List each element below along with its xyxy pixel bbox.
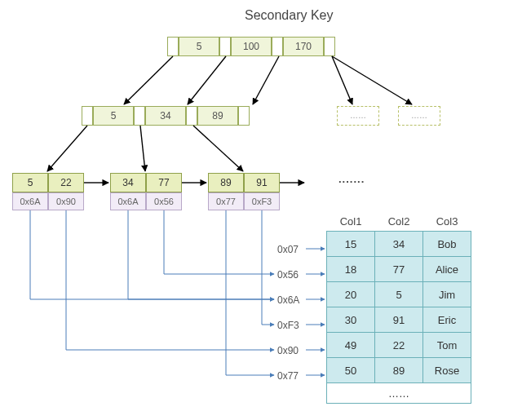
ghost-node: …… xyxy=(398,106,440,126)
table-cell: Tom xyxy=(423,333,471,358)
tree-leaf-node: 34 77 0x6A 0x56 xyxy=(110,173,182,210)
tree-leaf-node: 89 91 0x77 0xF3 xyxy=(208,173,280,210)
int-key: 5 xyxy=(93,106,134,126)
svg-line-0 xyxy=(124,56,173,104)
root-gap xyxy=(324,37,335,56)
table-header: Col3 xyxy=(423,212,471,232)
table-row: 49 22 Tom xyxy=(327,333,471,358)
addr-label: 0x07 xyxy=(277,244,299,255)
table-header-row: Col1 Col2 Col3 xyxy=(327,212,471,232)
addr-label: 0x6A xyxy=(277,294,299,306)
addr-label: 0x77 xyxy=(277,370,299,382)
table-cell: 49 xyxy=(327,333,375,358)
table-cell: 20 xyxy=(327,282,375,307)
leaf-ptr: 0x6A xyxy=(110,192,146,210)
tree-internal-node: 5 34 89 xyxy=(82,106,250,126)
svg-line-2 xyxy=(253,56,279,104)
diagram-title: Secondary Key xyxy=(245,8,334,23)
int-key: 34 xyxy=(145,106,186,126)
root-gap xyxy=(219,37,231,56)
svg-line-7 xyxy=(193,126,243,171)
addr-label: 0x56 xyxy=(277,269,299,281)
svg-line-3 xyxy=(332,56,352,104)
table-header: Col2 xyxy=(375,212,423,232)
table-cell: 50 xyxy=(327,358,375,383)
root-key: 5 xyxy=(179,37,219,56)
svg-line-4 xyxy=(332,56,412,104)
table-cell: 91 xyxy=(375,307,423,333)
leaf-ptr: 0xF3 xyxy=(244,192,280,210)
table-row: 50 89 Rose xyxy=(327,358,471,383)
table-row: 15 34 Bob xyxy=(327,232,471,257)
tree-leaf-node: 5 22 0x6A 0x90 xyxy=(12,173,84,210)
table-row: 20 5 Jim xyxy=(327,282,471,307)
int-gap xyxy=(186,106,197,126)
table-ellipsis: …… xyxy=(327,383,471,404)
table-cell: 15 xyxy=(327,232,375,257)
svg-line-6 xyxy=(140,126,145,171)
root-gap xyxy=(272,37,283,56)
table-cell: Bob xyxy=(423,232,471,257)
table-row: 18 77 Alice xyxy=(327,257,471,282)
table-row: 30 91 Eric xyxy=(327,307,471,333)
leaf-key: 34 xyxy=(110,173,146,192)
ghost-node: …… xyxy=(337,106,379,126)
int-key: 89 xyxy=(197,106,238,126)
leaf-ellipsis: ∙∙∙∙∙∙∙ xyxy=(338,175,365,188)
table-cell: Eric xyxy=(423,307,471,333)
svg-line-1 xyxy=(188,56,226,104)
root-key: 170 xyxy=(283,37,324,56)
table-cell: 18 xyxy=(327,257,375,282)
root-gap xyxy=(167,37,179,56)
int-gap xyxy=(82,106,93,126)
table-cell: 77 xyxy=(375,257,423,282)
table-cell: Rose xyxy=(423,358,471,383)
table-cell: Jim xyxy=(423,282,471,307)
leaf-ptr: 0x90 xyxy=(48,192,84,210)
leaf-key: 77 xyxy=(146,173,182,192)
table-cell: 89 xyxy=(375,358,423,383)
leaf-key: 89 xyxy=(208,173,244,192)
table-cell: 5 xyxy=(375,282,423,307)
addr-label: 0xF3 xyxy=(277,320,299,331)
int-gap xyxy=(238,106,250,126)
addr-label: 0x90 xyxy=(277,345,299,356)
leaf-ptr: 0x56 xyxy=(146,192,182,210)
data-table: Col1 Col2 Col3 15 34 Bob 18 77 Alice 20 … xyxy=(326,212,471,404)
leaf-ptr: 0x6A xyxy=(12,192,48,210)
root-key: 100 xyxy=(231,37,272,56)
table-cell: 34 xyxy=(375,232,423,257)
svg-line-5 xyxy=(47,126,87,171)
leaf-ptr: 0x77 xyxy=(208,192,244,210)
table-cell: 30 xyxy=(327,307,375,333)
leaf-key: 91 xyxy=(244,173,280,192)
table-cell: 22 xyxy=(375,333,423,358)
tree-root-node: 5 100 170 xyxy=(167,37,335,56)
int-gap xyxy=(134,106,145,126)
table-cell: Alice xyxy=(423,257,471,282)
leaf-key: 5 xyxy=(12,173,48,192)
leaf-key: 22 xyxy=(48,173,84,192)
table-row-ellipsis: …… xyxy=(327,383,471,404)
table-header: Col1 xyxy=(327,212,375,232)
